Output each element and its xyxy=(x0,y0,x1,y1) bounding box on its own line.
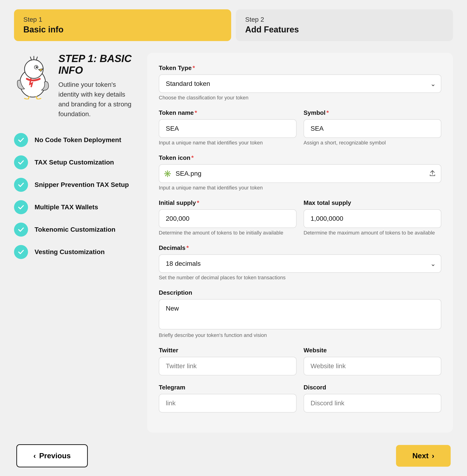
check-icon-1 xyxy=(14,133,28,147)
symbol-hint: Assign a short, recognizable symbol xyxy=(304,140,441,146)
steps-header: Step 1 Basic info Step 2 Add Features xyxy=(14,9,453,41)
feature-text-2: TAX Setup Customization xyxy=(35,159,114,166)
token-icon-group: Token icon* ✳️ Input a unique name that … xyxy=(159,154,441,191)
supply-row: Initial supply* Determine the amount of … xyxy=(159,199,441,244)
check-icon-6 xyxy=(14,245,28,259)
feature-text-3: Snipper Prevention TAX Setup xyxy=(35,181,129,188)
svg-line-12 xyxy=(37,99,41,100)
step2-label: Step 2 xyxy=(245,16,444,23)
token-type-hint: Choose the classification for your token xyxy=(159,95,441,101)
max-supply-label: Max total supply xyxy=(304,199,441,206)
step1-name: Basic info xyxy=(23,25,222,35)
token-type-group: Token Type* Standard tokenMintable token… xyxy=(159,64,441,101)
website-group: Website xyxy=(304,347,441,376)
decimals-select-wrapper[interactable]: 18 decimals9 decimals6 decimals ⌄ xyxy=(159,254,441,273)
feature-text-5: Tokenomic Customization xyxy=(35,226,115,233)
file-icon: ✳️ xyxy=(163,170,172,177)
description-label: Description xyxy=(159,289,441,296)
feature-item-4: Multiple TAX Wallets xyxy=(14,200,135,214)
feature-text-1: No Code Token Deployment xyxy=(35,136,121,144)
telegram-label: Telegram xyxy=(159,384,297,391)
feature-item-2: TAX Setup Customization xyxy=(14,155,135,169)
hero-section: STEP 1: BASIC INFO Outline your token's … xyxy=(14,53,135,119)
prev-chevron-icon: ‹ xyxy=(33,451,36,460)
twitter-label: Twitter xyxy=(159,347,297,354)
step1-tab[interactable]: Step 1 Basic info xyxy=(14,9,231,41)
name-symbol-row: Token name* Input a unique name that ide… xyxy=(159,109,441,154)
upload-button[interactable] xyxy=(427,168,438,180)
token-icon-label: Token icon* xyxy=(159,154,441,162)
token-name-label: Token name* xyxy=(159,109,297,116)
token-icon-hint: Input a unique name that identifies your… xyxy=(159,185,441,191)
decimals-select[interactable]: 18 decimals9 decimals6 decimals xyxy=(159,254,441,273)
initial-supply-input[interactable] xyxy=(159,209,297,228)
previous-label: Previous xyxy=(39,451,71,460)
initial-supply-group: Initial supply* Determine the amount of … xyxy=(159,199,297,236)
step1-label: Step 1 xyxy=(23,16,222,23)
token-name-group: Token name* Input a unique name that ide… xyxy=(159,109,297,146)
feature-text-4: Multiple TAX Wallets xyxy=(35,203,98,211)
description-group: Description Briefly describe your token'… xyxy=(159,289,441,338)
symbol-label: Symbol* xyxy=(304,109,441,116)
features-list: No Code Token Deployment TAX Setup Custo… xyxy=(14,133,135,259)
token-type-select-wrapper[interactable]: Standard tokenMintable tokenBurnable tok… xyxy=(159,75,441,93)
symbol-group: Symbol* Assign a short, recognizable sym… xyxy=(304,109,441,146)
max-supply-input[interactable] xyxy=(304,209,441,228)
decimals-label: Decimals* xyxy=(159,244,441,251)
left-panel: STEP 1: BASIC INFO Outline your token's … xyxy=(14,53,135,433)
step2-tab[interactable]: Step 2 Add Features xyxy=(236,9,453,41)
feature-item-1: No Code Token Deployment xyxy=(14,133,135,147)
check-icon-2 xyxy=(14,155,28,169)
next-button[interactable]: Next › xyxy=(396,445,451,467)
twitter-group: Twitter xyxy=(159,347,297,376)
hero-title: STEP 1: BASIC INFO xyxy=(58,53,135,76)
telegram-group: Telegram xyxy=(159,384,297,413)
bird-mascot xyxy=(14,53,51,100)
bottom-navigation: ‹ Previous Next › xyxy=(14,444,453,467)
twitter-website-row: Twitter Website xyxy=(159,347,441,384)
telegram-discord-row: Telegram Discord xyxy=(159,384,441,421)
feature-item-6: Vesting Customization xyxy=(14,245,135,259)
token-type-label: Token Type* xyxy=(159,64,441,72)
hero-description: Outline your token's identity with key d… xyxy=(58,80,135,119)
initial-supply-hint: Determine the amount of tokens to be ini… xyxy=(159,230,297,236)
website-label: Website xyxy=(304,347,441,354)
check-icon-3 xyxy=(14,178,28,192)
svg-line-10 xyxy=(25,99,28,100)
token-icon-input[interactable] xyxy=(159,164,441,183)
check-icon-5 xyxy=(14,223,28,237)
website-input[interactable] xyxy=(304,357,441,376)
next-label: Next xyxy=(412,451,428,460)
feature-text-6: Vesting Customization xyxy=(35,248,104,256)
svg-line-2 xyxy=(30,57,32,60)
step2-name: Add Features xyxy=(245,25,444,35)
token-name-hint: Input a unique name that identifies your… xyxy=(159,140,297,146)
svg-line-4 xyxy=(36,57,37,60)
feature-item-5: Tokenomic Customization xyxy=(14,223,135,237)
token-name-input[interactable] xyxy=(159,119,297,138)
hero-text: STEP 1: BASIC INFO Outline your token's … xyxy=(58,53,135,119)
decimals-hint: Set the number of decimal places for tok… xyxy=(159,275,441,281)
right-panel: Token Type* Standard tokenMintable token… xyxy=(147,53,453,433)
main-content: STEP 1: BASIC INFO Outline your token's … xyxy=(14,53,453,433)
previous-button[interactable]: ‹ Previous xyxy=(16,444,88,467)
token-icon-input-wrapper: ✳️ xyxy=(159,164,441,183)
check-icon-4 xyxy=(14,200,28,214)
symbol-input[interactable] xyxy=(304,119,441,138)
next-chevron-icon: › xyxy=(432,451,434,460)
max-supply-hint: Determine the maximum amount of tokens t… xyxy=(304,230,441,236)
decimals-group: Decimals* 18 decimals9 decimals6 decimal… xyxy=(159,244,441,281)
discord-label: Discord xyxy=(304,384,441,391)
description-hint: Briefly describe your token's function a… xyxy=(159,332,441,338)
discord-input[interactable] xyxy=(304,394,441,413)
discord-group: Discord xyxy=(304,384,441,413)
max-supply-group: Max total supply Determine the maximum a… xyxy=(304,199,441,236)
description-textarea[interactable] xyxy=(159,299,441,329)
twitter-input[interactable] xyxy=(159,357,297,376)
telegram-input[interactable] xyxy=(159,394,297,413)
svg-point-7 xyxy=(37,66,37,67)
feature-item-3: Snipper Prevention TAX Setup xyxy=(14,178,135,192)
token-type-select[interactable]: Standard tokenMintable tokenBurnable tok… xyxy=(159,75,441,93)
initial-supply-label: Initial supply* xyxy=(159,199,297,206)
